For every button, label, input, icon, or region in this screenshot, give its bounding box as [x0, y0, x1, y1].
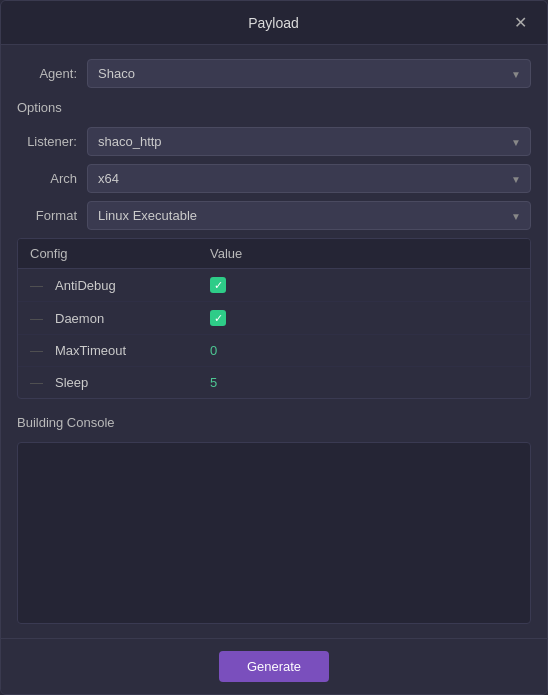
payload-modal: Payload ✕ Agent: Shaco ▼ Options Listene…	[0, 0, 548, 695]
building-console-label: Building Console	[17, 415, 531, 430]
value-col-header: Value	[198, 239, 530, 268]
close-button[interactable]: ✕	[510, 11, 531, 34]
arch-select[interactable]: x64	[87, 164, 531, 193]
config-name-cell: — Daemon	[18, 303, 198, 334]
agent-label: Agent:	[17, 66, 77, 81]
config-value-cell-antidebug[interactable]: ✓	[198, 269, 530, 301]
checkbox-daemon[interactable]: ✓	[210, 310, 226, 326]
config-name-sleep: Sleep	[55, 375, 88, 390]
listener-select-wrapper: shaco_http ▼	[87, 127, 531, 156]
modal-footer: Generate	[1, 638, 547, 694]
format-select-wrapper: Linux Executable ▼	[87, 201, 531, 230]
modal-title: Payload	[37, 15, 510, 31]
checkbox-antidebug[interactable]: ✓	[210, 277, 226, 293]
config-name-cell: — MaxTimeout	[18, 335, 198, 366]
arch-row: Arch x64 ▼	[17, 164, 531, 193]
table-row: — MaxTimeout 0	[18, 335, 530, 367]
console-area	[17, 442, 531, 624]
tree-indent: —	[30, 278, 43, 293]
table-row: — Daemon ✓	[18, 302, 530, 335]
tree-indent: —	[30, 343, 43, 358]
agent-select-wrapper: Shaco ▼	[87, 59, 531, 88]
listener-label: Listener:	[17, 134, 77, 149]
format-label: Format	[17, 208, 77, 223]
config-value-cell-maxtimeout[interactable]: 0	[198, 335, 530, 366]
agent-select[interactable]: Shaco	[87, 59, 531, 88]
modal-body: Agent: Shaco ▼ Options Listener: shaco_h…	[1, 45, 547, 638]
config-table: Config Value — AntiDebug ✓ — Daemon	[17, 238, 531, 399]
config-value-cell-sleep[interactable]: 5	[198, 367, 530, 398]
config-name-maxtimeout: MaxTimeout	[55, 343, 126, 358]
config-value-cell-daemon[interactable]: ✓	[198, 302, 530, 334]
listener-select[interactable]: shaco_http	[87, 127, 531, 156]
config-table-header: Config Value	[18, 239, 530, 269]
config-name-antidebug: AntiDebug	[55, 278, 116, 293]
tree-indent: —	[30, 375, 43, 390]
tree-indent: —	[30, 311, 43, 326]
agent-row: Agent: Shaco ▼	[17, 59, 531, 88]
config-value-sleep: 5	[210, 375, 217, 390]
generate-button[interactable]: Generate	[219, 651, 329, 682]
format-row: Format Linux Executable ▼	[17, 201, 531, 230]
config-col-header: Config	[18, 239, 198, 268]
table-row: — AntiDebug ✓	[18, 269, 530, 302]
config-name-cell: — Sleep	[18, 367, 198, 398]
arch-select-wrapper: x64 ▼	[87, 164, 531, 193]
arch-label: Arch	[17, 171, 77, 186]
config-name-cell: — AntiDebug	[18, 270, 198, 301]
modal-header: Payload ✕	[1, 1, 547, 45]
table-row: — Sleep 5	[18, 367, 530, 398]
listener-row: Listener: shaco_http ▼	[17, 127, 531, 156]
format-select[interactable]: Linux Executable	[87, 201, 531, 230]
config-value-maxtimeout: 0	[210, 343, 217, 358]
config-name-daemon: Daemon	[55, 311, 104, 326]
options-label: Options	[17, 100, 531, 115]
